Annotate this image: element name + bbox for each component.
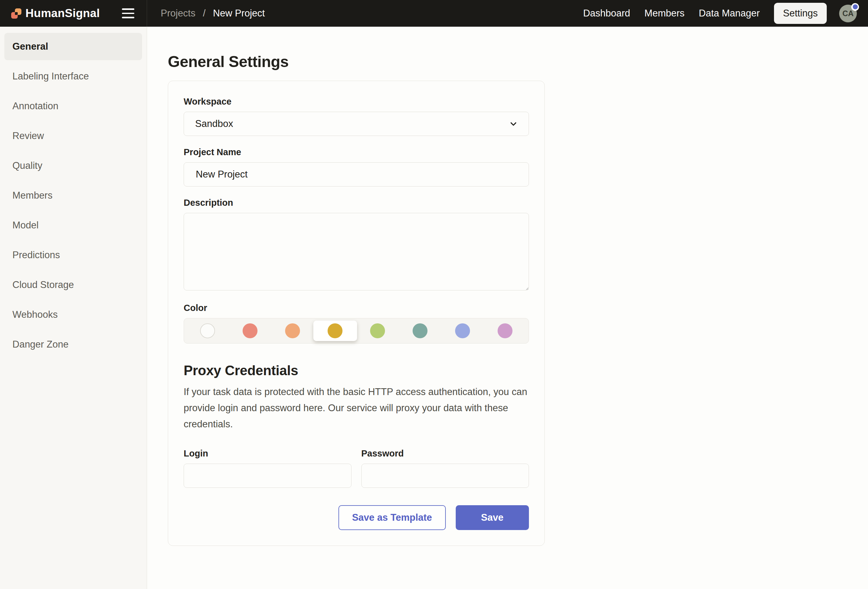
sidebar-item-predictions[interactable]: Predictions [4,241,142,269]
color-swatch-orchid[interactable] [497,323,512,338]
color-swatch-white[interactable] [200,323,215,338]
color-swatch-periwinkle[interactable] [455,323,470,338]
login-label: Login [184,448,351,459]
credentials-fields: Login Password [184,448,529,488]
sidebar-item-cloud-storage[interactable]: Cloud Storage [4,271,142,299]
nav-dashboard[interactable]: Dashboard [583,8,630,19]
project-name-label: Project Name [184,147,529,157]
sidebar-item-quality[interactable]: Quality [4,152,142,179]
color-swatch-salmon[interactable] [243,323,257,338]
top-bar-left: HumanSignal [0,0,147,27]
proxy-credentials-section: Proxy Credentials If your task data is p… [184,363,529,488]
description-group: Description [184,198,529,292]
save-as-template-button[interactable]: Save as Template [338,505,446,530]
login-group: Login [184,448,351,488]
password-label: Password [362,448,529,459]
avatar[interactable]: CA [839,4,857,22]
card-actions: Save as Template Save [184,505,529,530]
workspace-group: Workspace Sandbox [184,96,529,136]
color-swatch-row [184,318,529,343]
password-group: Password [362,448,529,488]
page-title: General Settings [168,53,868,71]
avatar-status-badge [851,3,859,11]
color-group: Color [184,303,529,343]
save-button[interactable]: Save [456,505,529,530]
color-label: Color [184,303,529,313]
proxy-credentials-title: Proxy Credentials [184,363,529,378]
sidebar-item-model[interactable]: Model [4,212,142,239]
sidebar-item-review[interactable]: Review [4,122,142,149]
brand-logo[interactable]: HumanSignal [11,7,100,20]
breadcrumb-current: New Project [213,8,265,19]
top-nav: DashboardMembersData ManagerSettings CA [583,0,868,27]
chevron-down-icon [509,120,517,128]
general-settings-card: Workspace Sandbox Project Name Descripti… [168,81,545,546]
color-swatch-teal[interactable] [413,323,428,338]
login-input[interactable] [184,464,351,488]
sidebar-item-webhooks[interactable]: Webhooks [4,301,142,329]
color-swatch-orange[interactable] [285,323,300,338]
settings-sidebar: GeneralLabeling InterfaceAnnotationRevie… [0,27,147,589]
proxy-credentials-description: If your task data is protected with the … [184,384,529,432]
top-bar: HumanSignal Projects / New Project Dashb… [0,0,868,27]
color-swatch-green[interactable] [370,323,385,338]
main-layout: GeneralLabeling InterfaceAnnotationRevie… [0,27,868,589]
brand-name: HumanSignal [25,7,100,20]
description-label: Description [184,198,529,208]
breadcrumb: Projects / New Project [147,0,265,27]
humansignal-logo-icon [11,8,21,19]
avatar-initials: CA [842,9,853,18]
sidebar-item-general[interactable]: General [4,33,142,60]
selected-swatch-highlight [313,321,357,341]
breadcrumb-projects[interactable]: Projects [161,8,195,19]
sidebar-item-members[interactable]: Members [4,182,142,209]
project-name-input[interactable] [184,162,529,186]
color-swatch-gold[interactable] [328,323,342,338]
sidebar-item-labeling-interface[interactable]: Labeling Interface [4,63,142,90]
nav-settings[interactable]: Settings [774,3,827,24]
content-area: General Settings Workspace Sandbox Proje… [147,27,868,589]
nav-data-manager[interactable]: Data Manager [699,8,760,19]
project-name-group: Project Name [184,147,529,186]
workspace-selected-value: Sandbox [195,118,233,129]
breadcrumb-separator: / [203,8,206,19]
workspace-select[interactable]: Sandbox [184,112,529,136]
password-input[interactable] [362,464,529,488]
sidebar-item-annotation[interactable]: Annotation [4,92,142,120]
nav-members[interactable]: Members [644,8,684,19]
description-textarea[interactable] [184,213,529,290]
workspace-label: Workspace [184,96,529,107]
sidebar-item-danger-zone[interactable]: Danger Zone [4,331,142,358]
menu-hamburger-icon[interactable] [122,8,134,18]
